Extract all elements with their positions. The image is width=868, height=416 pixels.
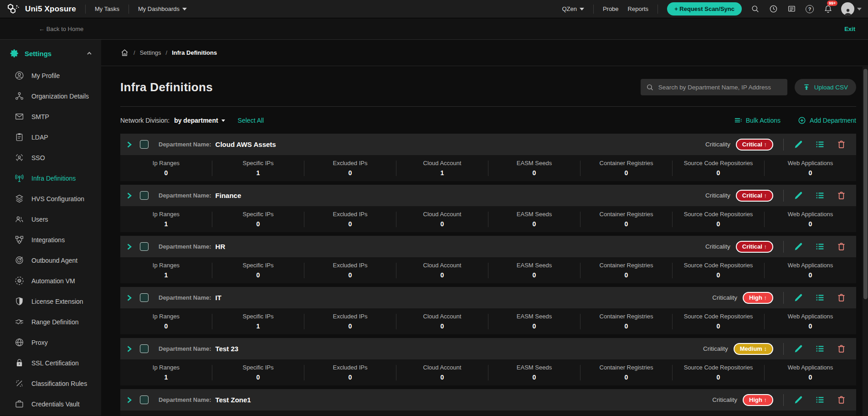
search-icon[interactable] [750, 4, 760, 14]
department-stats: Ip Ranges1Specific IPs0Excluded IPs0Clou… [120, 359, 856, 385]
scrollbar-thumb[interactable] [863, 69, 868, 299]
sidebar-item-integrations[interactable]: Integrations [0, 229, 101, 250]
department-stats: Ip Ranges1Specific IPs0Excluded IPs0Clou… [120, 206, 856, 232]
department-checkbox[interactable] [140, 242, 149, 251]
search-icon [646, 83, 654, 91]
search-input[interactable] [658, 84, 782, 91]
details-list-icon[interactable] [815, 293, 825, 302]
sidebar-item-range-definition[interactable]: Range Definition [0, 312, 101, 332]
delete-trash-icon[interactable] [837, 242, 846, 251]
department-name: IT [216, 294, 221, 302]
expand-chevron-icon[interactable] [127, 244, 132, 250]
edit-icon[interactable] [794, 344, 803, 354]
history-clock-icon[interactable] [768, 4, 778, 14]
edit-icon[interactable] [794, 293, 803, 302]
department-block-cloud-aws-assets: Department Name: Cloud AWS Assets Critic… [120, 134, 856, 181]
scrollbar-track[interactable] [863, 67, 868, 416]
network-division-label: Network Division: [120, 117, 169, 124]
chat-icon[interactable] [786, 4, 796, 14]
details-list-icon[interactable] [815, 344, 825, 354]
details-list-icon[interactable] [815, 242, 825, 251]
edit-icon[interactable] [794, 395, 803, 405]
department-checkbox[interactable] [140, 344, 149, 353]
expand-chevron-icon[interactable] [127, 397, 132, 403]
sidebar-item-sso[interactable]: SSO [0, 147, 101, 168]
exit-link[interactable]: Exit [844, 26, 855, 32]
details-list-icon[interactable] [815, 140, 825, 149]
sidebar-item-users[interactable]: Users [0, 209, 101, 229]
edit-icon[interactable] [794, 140, 803, 149]
bulk-actions-button[interactable]: Bulk Actions [734, 116, 781, 125]
stat-ip-ranges: Ip Ranges1 [120, 364, 212, 381]
department-checkbox[interactable] [140, 395, 149, 404]
department-checkbox[interactable] [140, 293, 149, 302]
edit-icon[interactable] [794, 242, 803, 251]
sidebar-item-ssl-certification[interactable]: SSL Certification [0, 353, 101, 373]
stat-easm-seeds: EASM Seeds0 [488, 262, 580, 279]
details-list-icon[interactable] [815, 395, 825, 405]
request-scan-sync-button[interactable]: + Request Scan/Sync [667, 2, 742, 16]
department-name-label: Department Name: [159, 192, 211, 199]
stat-source-code-repositories: Source Code Repositories0 [673, 262, 764, 279]
brand[interactable]: Uni5 Xposure [7, 3, 76, 15]
sidebar-item-smtp[interactable]: SMTP [0, 106, 101, 127]
edit-icon[interactable] [794, 191, 803, 200]
select-all-link[interactable]: Select All [238, 117, 264, 124]
breadcrumb-settings[interactable]: Settings [140, 49, 161, 56]
layers-icon [15, 194, 24, 203]
department-checkbox[interactable] [140, 140, 149, 149]
expand-chevron-icon[interactable] [127, 346, 132, 352]
expand-chevron-icon[interactable] [127, 141, 132, 148]
sidebar-item-infra-definitions[interactable]: Infra Definitions [0, 168, 101, 188]
top-navbar: Uni5 Xposure My Tasks My Dashboards QZen… [0, 0, 868, 18]
nav-link-probe[interactable]: Probe [603, 5, 619, 12]
stat-container-registries: Container Registries0 [580, 364, 672, 381]
user-menu[interactable] [841, 2, 862, 16]
nav-my-tasks[interactable]: My Tasks [95, 5, 119, 12]
back-to-home-link[interactable]: ← Back to Home [39, 26, 83, 32]
sidebar-item-credentials-vault[interactable]: Credentials Vault [0, 394, 101, 414]
sidebar-header-settings[interactable]: Settings [0, 40, 101, 65]
env-dropdown[interactable]: QZen [562, 5, 584, 12]
sidebar-item-license-extension[interactable]: License Extension [0, 291, 101, 312]
network-division-dropdown[interactable]: by department [174, 117, 225, 124]
target-icon [15, 255, 24, 265]
sidebar-item-proxy[interactable]: Proxy [0, 332, 101, 353]
chevron-down-icon [182, 8, 187, 10]
nav-my-dashboards[interactable]: My Dashboards [138, 5, 187, 12]
department-row: Department Name: IT Criticality High ↑ [120, 287, 856, 308]
upload-csv-button[interactable]: Upload CSV [795, 79, 856, 95]
department-row: Department Name: Cloud AWS Assets Critic… [120, 134, 856, 155]
sidebar-item-automation-vm[interactable]: Automation VM [0, 270, 101, 291]
expand-chevron-icon[interactable] [127, 192, 132, 199]
stat-excluded-ips: Excluded IPs0 [304, 211, 396, 228]
delete-trash-icon[interactable] [837, 140, 846, 149]
sidebar-item-hvs-configuration[interactable]: HVS Configuration [0, 188, 101, 209]
department-checkbox[interactable] [140, 191, 149, 200]
stat-specific-ips: Specific IPs0 [212, 211, 304, 228]
help-icon[interactable]: ? [805, 4, 815, 14]
scatter-icon [15, 379, 24, 388]
divider [783, 292, 784, 304]
notifications-bell-icon[interactable]: 99+ [823, 4, 833, 14]
details-list-icon[interactable] [815, 191, 825, 200]
sidebar-item-ldap[interactable]: LDAP [0, 127, 101, 147]
delete-trash-icon[interactable] [837, 293, 846, 302]
expand-chevron-icon[interactable] [127, 295, 132, 301]
nav-link-reports[interactable]: Reports [628, 5, 649, 12]
chevron-down-icon [580, 8, 584, 10]
add-department-button[interactable]: Add Department [798, 116, 856, 125]
home-icon[interactable] [120, 48, 129, 57]
sidebar-item-outbound-agent[interactable]: Outbound Agent [0, 250, 101, 270]
sidebar-item-organization-details[interactable]: Organization Details [0, 86, 101, 106]
delete-trash-icon[interactable] [837, 191, 846, 200]
sidebar-item-my-profile[interactable]: My Profile [0, 65, 101, 86]
department-block-test-zone1: Department Name: Test Zone1 Criticality … [120, 389, 856, 416]
stat-cloud-account: Cloud Account0 [396, 364, 488, 381]
delete-trash-icon[interactable] [837, 395, 846, 405]
criticality-badge: Critical ↑ [736, 241, 773, 253]
stat-cloud-account: Cloud Account0 [396, 313, 488, 330]
delete-trash-icon[interactable] [837, 344, 846, 354]
sidebar-item-classification-rules[interactable]: Classification Rules [0, 373, 101, 394]
globe-icon [15, 338, 24, 347]
